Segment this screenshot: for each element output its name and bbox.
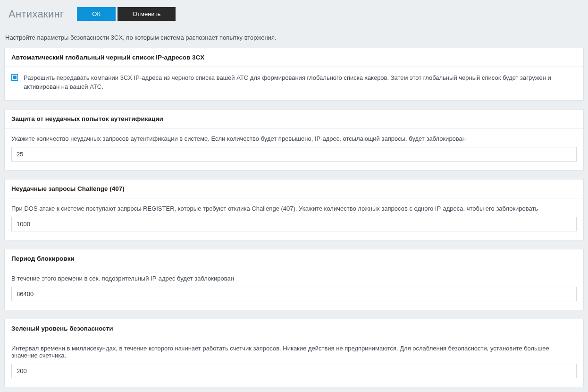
section-body: Разрешить передавать компании 3CX IP-адр…	[5, 67, 583, 100]
section-title: Период блокировки	[5, 249, 583, 268]
section-title: Неудачные запросы Challenge (407)	[5, 179, 583, 198]
field-description: При DOS атаке к системе поступают запрос…	[11, 205, 577, 212]
field-description: Укажите количество неудачных запросов ау…	[11, 135, 577, 142]
block-period-input[interactable]	[11, 287, 577, 301]
section-title: Зеленый уровень безопасности	[5, 319, 583, 338]
field-description: В течение этого времени в сек. подозрите…	[11, 275, 577, 282]
action-buttons: ОК Отменить	[77, 7, 176, 21]
section-blacklist: Автоматический глобальный черный список …	[4, 48, 584, 101]
blacklist-checkbox[interactable]	[11, 74, 18, 81]
page-header: Антихакинг ОК Отменить	[0, 0, 588, 28]
page-title: Антихакинг	[8, 8, 64, 20]
sections-container: Автоматический глобальный черный список …	[0, 48, 588, 392]
failed-auth-input[interactable]	[11, 147, 577, 162]
ok-button[interactable]: ОК	[77, 7, 116, 21]
section-green-level: Зеленый уровень безопасности Интервал вр…	[4, 319, 584, 387]
challenge-input[interactable]	[11, 217, 577, 231]
section-block-period: Период блокировки В течение этого времен…	[4, 249, 584, 310]
section-title: Защита от неудачных попыток аутентификац…	[5, 110, 583, 128]
section-challenge: Неудачные запросы Challenge (407) При DO…	[4, 179, 584, 240]
section-body: Укажите количество неудачных запросов ау…	[5, 128, 583, 170]
field-description: Интервал времени в миллисекундах, в тече…	[11, 345, 577, 359]
green-level-input[interactable]	[11, 364, 577, 378]
section-body: При DOS атаке к системе поступают запрос…	[5, 198, 583, 240]
section-body: Интервал времени в миллисекундах, в тече…	[5, 338, 583, 387]
intro-text: Настройте параметры безопасности 3CX, по…	[0, 28, 588, 48]
cancel-button[interactable]: Отменить	[118, 7, 176, 21]
section-body: В течение этого времени в сек. подозрите…	[5, 268, 583, 310]
section-failed-auth: Защита от неудачных попыток аутентификац…	[4, 109, 584, 170]
blacklist-checkbox-label: Разрешить передавать компании 3CX IP-адр…	[24, 74, 577, 92]
section-title: Автоматический глобальный черный список …	[5, 48, 583, 67]
blacklist-checkbox-row: Разрешить передавать компании 3CX IP-адр…	[11, 74, 577, 92]
